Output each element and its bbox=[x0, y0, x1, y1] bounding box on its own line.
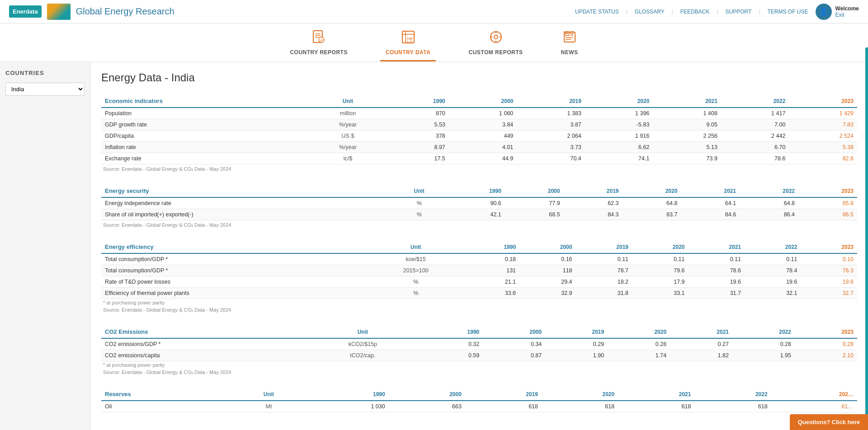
cta-button[interactable]: Questions? Click here bbox=[790, 414, 868, 430]
cell-value: 0.87 bbox=[483, 350, 545, 361]
cell-value: 32.9 bbox=[519, 288, 576, 299]
cell-value: 32.7 bbox=[801, 288, 858, 299]
terms-link[interactable]: TERMS OF USE bbox=[768, 9, 808, 15]
tab-custom-reports[interactable]: CUSTOM REPORTS bbox=[463, 27, 528, 61]
cell-value: 78.6 bbox=[689, 265, 745, 276]
tab-news-label: NEWS bbox=[561, 49, 578, 56]
welcome-label: Welcome Exit bbox=[835, 5, 859, 18]
cell-value: 2.10 bbox=[795, 350, 857, 361]
col-2019: 2019 bbox=[517, 95, 585, 108]
row-unit: %/year bbox=[308, 142, 387, 153]
energy-efficiency-header: Energy efficiency bbox=[101, 241, 368, 253]
row-label: Total consumption/GDP * bbox=[101, 253, 368, 265]
row-label: CO2 emissions/GDP * bbox=[101, 338, 305, 350]
cell-value: 0.11 bbox=[689, 253, 745, 265]
cell-value: 2 064 bbox=[517, 131, 585, 142]
svg-text:↺: ↺ bbox=[320, 39, 323, 42]
cell-value: 0.32 bbox=[420, 338, 483, 350]
reserves-table: Reserves Unit 1990 2000 2019 2020 2021 2… bbox=[101, 388, 857, 412]
table-row: GDP growth rate%/year5.533.843.87-5.839.… bbox=[101, 119, 857, 131]
row-label: Energy independence rate bbox=[101, 197, 392, 209]
cell-value: 17.5 bbox=[387, 153, 449, 164]
custom-reports-icon bbox=[489, 30, 503, 47]
cell-value: 5.38 bbox=[789, 142, 857, 153]
cell-value: 82.8 bbox=[789, 153, 857, 164]
cell-value: 86.4 bbox=[740, 209, 798, 220]
cell-value: -5.83 bbox=[585, 119, 653, 131]
cell-value: 65.8 bbox=[798, 197, 857, 209]
tab-news[interactable]: NEWS NEWS bbox=[556, 27, 584, 61]
cell-value: 7.83 bbox=[789, 119, 857, 131]
economic-indicators-header: Economic indicators bbox=[101, 95, 308, 108]
svg-text:NEWS: NEWS bbox=[564, 31, 574, 34]
table-row: GDP/capitaUS $3784492 0641 9162 2562 442… bbox=[101, 131, 857, 142]
nav-tabs: ↺ COUNTRY REPORTS 100 3.74 COUNTRY DATA bbox=[0, 23, 868, 62]
table-row: Share of oil imported(+) exported(-)%42.… bbox=[101, 209, 857, 220]
glossary-link[interactable]: GLOSSARY bbox=[635, 9, 665, 15]
tab-custom-reports-label: CUSTOM REPORTS bbox=[468, 49, 523, 56]
cell-value: 0.11 bbox=[576, 253, 632, 265]
welcome-area: Welcome Exit bbox=[835, 5, 859, 18]
table-row: OilMt1 03066361861861861861… bbox=[101, 401, 857, 412]
table-row: Populationmillion8701 0601 3831 3961 408… bbox=[101, 108, 857, 119]
cell-value: 73.9 bbox=[653, 153, 721, 164]
exit-link[interactable]: Exit bbox=[835, 12, 844, 18]
cell-value: 42.1 bbox=[446, 209, 505, 220]
cell-value: 5.53 bbox=[387, 119, 449, 131]
energy-security-table: Energy security Unit 1990 2000 2019 2020… bbox=[101, 185, 857, 220]
cell-value: 84.6 bbox=[681, 209, 740, 220]
row-label: Total consumption/GDP * bbox=[101, 265, 368, 276]
country-selector[interactable]: India China USA Germany France Brazil Ru… bbox=[5, 83, 85, 96]
row-label: GDP growth rate bbox=[101, 119, 308, 131]
sidebar-title: COUNTRIES bbox=[5, 70, 85, 76]
col-2021: 2021 bbox=[653, 95, 721, 108]
row-unit: % bbox=[392, 209, 446, 220]
cell-value: 78.7 bbox=[576, 265, 632, 276]
tab-country-reports[interactable]: ↺ COUNTRY REPORTS bbox=[284, 27, 353, 61]
avatar: 👤 bbox=[816, 4, 832, 20]
cell-value: 33.6 bbox=[463, 288, 519, 299]
efficiency-note: * at purchasing power parity bbox=[101, 300, 857, 305]
cell-value: 77.9 bbox=[505, 197, 564, 209]
tab-country-data[interactable]: 100 3.74 COUNTRY DATA bbox=[380, 27, 436, 61]
cell-value: 0.29 bbox=[545, 338, 608, 350]
cell-value: 6.70 bbox=[721, 142, 789, 153]
security-source: Source: Enerdata - Global Energy & CO₂ D… bbox=[101, 222, 857, 228]
cell-value: 31.8 bbox=[576, 288, 632, 299]
cell-value: 86.5 bbox=[798, 209, 857, 220]
cell-value: 449 bbox=[449, 131, 517, 142]
support-link[interactable]: SUPPORT bbox=[726, 9, 752, 15]
col-unit: Unit bbox=[308, 95, 387, 108]
table-row: Rate of T&D power losses%21.129.418.217.… bbox=[101, 276, 857, 288]
scroll-indicator[interactable] bbox=[865, 47, 868, 430]
table-row: Exchange ratelc/$17.544.970.474.173.978.… bbox=[101, 153, 857, 164]
cell-value: 0.10 bbox=[801, 253, 858, 265]
feedback-link[interactable]: FEEDBACK bbox=[680, 9, 710, 15]
col-2023: 2023 bbox=[789, 95, 857, 108]
user-area: 👤 Welcome Exit bbox=[816, 4, 859, 20]
table-row: Total consumption/GDP *koe/$150.180.160.… bbox=[101, 253, 857, 265]
country-reports-icon: ↺ bbox=[311, 30, 326, 47]
tab-country-data-label: COUNTRY DATA bbox=[386, 49, 431, 56]
logo-text[interactable]: Enerdata bbox=[9, 5, 42, 18]
section-energy-security: Energy security Unit 1990 2000 2019 2020… bbox=[101, 185, 857, 228]
cell-value: 32.1 bbox=[745, 288, 801, 299]
cell-value: 19.6 bbox=[689, 276, 745, 288]
row-unit: lc/$ bbox=[308, 153, 387, 164]
page-title: Energy Data - India bbox=[101, 71, 857, 84]
row-label: CO2 emissions/capita bbox=[101, 350, 305, 361]
cell-value: 1 396 bbox=[585, 108, 653, 119]
main-layout: COUNTRIES India China USA Germany France… bbox=[0, 62, 868, 430]
cell-value: 378 bbox=[387, 131, 449, 142]
cell-value: 19.6 bbox=[801, 276, 858, 288]
section-energy-efficiency: Energy efficiency Unit 1990 2000 2019 20… bbox=[101, 241, 857, 313]
col-2020: 2020 bbox=[585, 95, 653, 108]
section-economic-indicators: Economic indicators Unit 1990 2000 2019 … bbox=[101, 95, 857, 172]
cell-value: 64.1 bbox=[681, 197, 740, 209]
table-row: Energy independence rate%90.677.962.364.… bbox=[101, 197, 857, 209]
svg-text:3.74: 3.74 bbox=[407, 40, 412, 43]
header-right: UPDATE STATUS | GLOSSARY | FEEDBACK | SU… bbox=[575, 4, 859, 20]
update-status-link[interactable]: UPDATE STATUS bbox=[575, 9, 619, 15]
row-label: Oil bbox=[101, 401, 234, 412]
cell-value: 78.4 bbox=[745, 265, 801, 276]
